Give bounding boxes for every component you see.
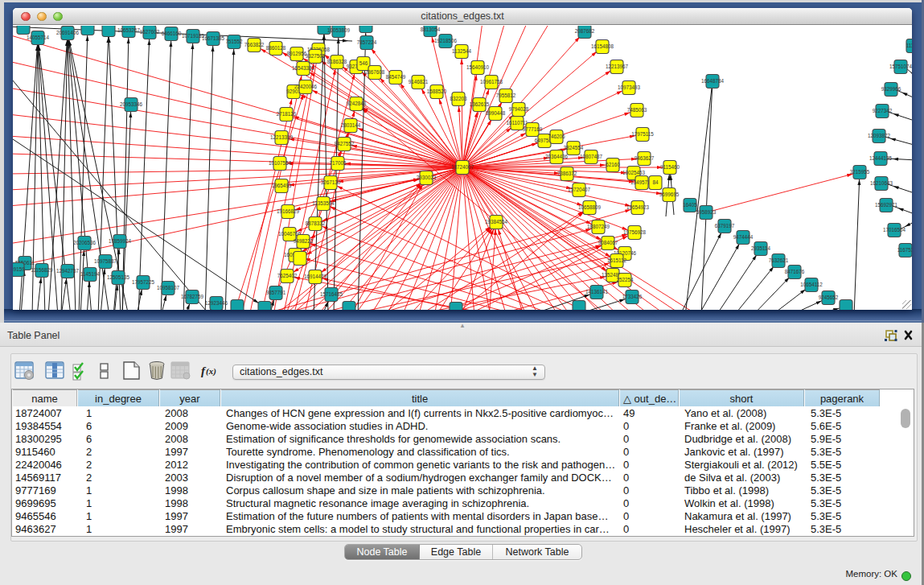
svg-text:8878332: 8878332 [306, 220, 326, 226]
svg-text:11156829: 11156829 [31, 267, 53, 273]
svg-text:12093872: 12093872 [868, 133, 891, 138]
svg-text:16210643: 16210643 [870, 180, 893, 186]
svg-text:16154808: 16154808 [591, 43, 614, 49]
svg-text:18807249: 18807249 [587, 224, 610, 229]
svg-text:746206: 746206 [548, 134, 565, 139]
svg-text:10653267: 10653267 [117, 27, 141, 33]
svg-text:3824554: 3824554 [564, 145, 584, 150]
svg-text:12444135: 12444135 [869, 155, 893, 161]
svg-text:10807487: 10807487 [580, 154, 603, 159]
svg-text:14055714: 14055714 [27, 35, 50, 40]
svg-text:1527602: 1527602 [140, 29, 160, 35]
svg-text:16405: 16405 [683, 202, 697, 208]
svg-text:12505135: 12505135 [107, 274, 130, 280]
svg-text:7485063: 7485063 [627, 107, 647, 113]
svg-text:16543382: 16543382 [292, 65, 315, 71]
svg-text:10654112: 10654112 [800, 282, 823, 287]
svg-text:7857224: 7857224 [357, 39, 377, 45]
svg-text:116753: 116753 [897, 247, 912, 253]
svg-text:10053809: 10053809 [327, 27, 351, 33]
svg-text:16671385: 16671385 [202, 35, 225, 41]
svg-text:11172: 11172 [906, 43, 912, 48]
svg-text:12942757: 12942757 [56, 268, 80, 274]
svg-text:3267130: 3267130 [321, 179, 341, 185]
svg-text:(x): (x) [206, 366, 216, 377]
svg-text:10958107: 10958107 [157, 285, 180, 290]
svg-text:8471676: 8471676 [785, 269, 805, 274]
svg-text:252254: 252254 [616, 277, 634, 282]
svg-text:18724007: 18724007 [451, 164, 474, 170]
svg-text:10107554: 10107554 [269, 160, 292, 166]
svg-text:11353594: 11353594 [312, 200, 335, 206]
svg-text:12213319: 12213319 [270, 134, 294, 140]
svg-text:19654923: 19654923 [626, 204, 650, 210]
svg-text:1145194: 1145194 [80, 271, 101, 277]
svg-text:2930023: 2930023 [417, 175, 437, 180]
svg-text:20364436: 20364436 [545, 154, 569, 159]
svg-text:7663822: 7663822 [244, 42, 265, 47]
svg-text:39159: 39159 [13, 266, 25, 272]
svg-text:9329966: 9329966 [881, 86, 901, 92]
svg-text:20691406: 20691406 [56, 30, 80, 35]
svg-text:15692971: 15692971 [875, 202, 898, 208]
svg-text:2087682: 2087682 [575, 28, 595, 34]
svg-text:1965493: 1965493 [272, 183, 292, 188]
svg-text:751552: 751552 [225, 39, 243, 44]
svg-text:2935114: 2935114 [751, 245, 771, 251]
svg-text:1132544: 1132544 [452, 48, 472, 54]
svg-text:15640910: 15640910 [466, 64, 490, 70]
svg-text:9777169: 9777169 [523, 126, 543, 132]
svg-text:9857791: 9857791 [266, 290, 286, 295]
svg-text:19384554: 19384554 [485, 219, 508, 225]
svg-text:10658809: 10658809 [578, 204, 602, 210]
svg-text:16782759: 16782759 [181, 294, 204, 299]
svg-text:15720407: 15720407 [568, 187, 591, 192]
svg-text:9498222: 9498222 [294, 238, 314, 244]
svg-text:8860128: 8860128 [266, 45, 286, 51]
svg-text:717005: 717005 [329, 160, 347, 166]
svg-text:6379197: 6379197 [715, 223, 735, 229]
svg-text:1733426: 1733426 [622, 294, 643, 299]
svg-text:8990448: 8990448 [486, 110, 506, 116]
svg-text:9327505: 9327505 [306, 53, 326, 59]
svg-text:1362615: 1362615 [470, 101, 490, 107]
svg-text:9474444: 9474444 [733, 234, 754, 240]
svg-text:62160: 62160 [606, 162, 620, 167]
svg-text:1615112: 1615112 [607, 257, 627, 263]
svg-text:15751074: 15751074 [889, 64, 912, 69]
svg-text:16648784: 16648784 [701, 78, 725, 84]
svg-text:16110711: 16110711 [506, 120, 528, 126]
svg-text:832203: 832203 [450, 96, 467, 101]
svg-text:10961758: 10961758 [480, 79, 503, 84]
svg-text:9115460: 9115460 [660, 164, 680, 170]
svg-text:9794028: 9794028 [509, 106, 529, 112]
svg-text:7955812: 7955812 [496, 93, 516, 98]
svg-text:9146821: 9146821 [409, 79, 429, 84]
svg-text:2803144: 2803144 [341, 122, 361, 128]
svg-text:20953346: 20953346 [120, 101, 143, 107]
svg-text:2867608: 2867608 [365, 69, 385, 75]
svg-text:5958923: 5958923 [696, 209, 717, 215]
svg-text:19166829: 19166829 [277, 208, 300, 214]
svg-text:19756928: 19756928 [623, 229, 647, 235]
svg-text:12213967: 12213967 [606, 64, 629, 69]
svg-text:8813054: 8813054 [421, 27, 441, 32]
svg-text:9463627: 9463627 [634, 155, 655, 161]
svg-text:22420046: 22420046 [294, 84, 318, 89]
svg-text:9245652: 9245652 [819, 295, 839, 300]
svg-text:14136141: 14136141 [585, 289, 609, 295]
svg-text:19218506: 19218506 [434, 38, 458, 43]
svg-text:7632621: 7632621 [769, 257, 789, 263]
svg-text:8186328: 8186328 [327, 59, 347, 64]
svg-text:8427552: 8427552 [335, 141, 355, 146]
svg-text:2718126: 2718126 [277, 111, 297, 117]
svg-text:7386372: 7386372 [557, 171, 577, 176]
svg-text:9227342: 9227342 [873, 108, 893, 113]
svg-text:10975887: 10975887 [94, 258, 117, 264]
svg-text:1588520: 1588520 [427, 89, 447, 94]
svg-text:20206536: 20206536 [73, 240, 97, 245]
svg-text:10973493: 10973493 [618, 84, 641, 90]
svg-text:17957225: 17957225 [132, 279, 155, 285]
svg-text:6466160: 6466160 [162, 31, 182, 36]
svg-text:8912956: 8912956 [287, 51, 307, 56]
